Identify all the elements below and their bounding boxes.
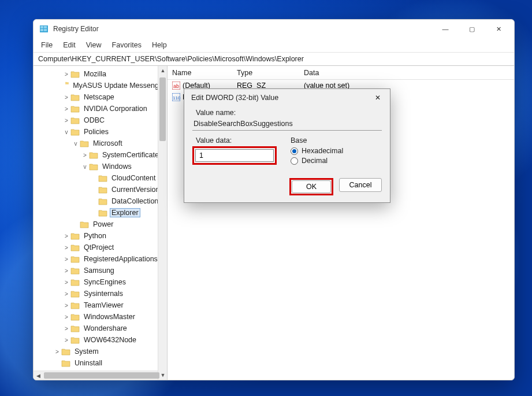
col-name[interactable]: Name: [168, 69, 237, 77]
tree-item[interactable]: >System: [34, 346, 167, 357]
expander-icon[interactable]: >: [62, 245, 70, 251]
dialog-titlebar[interactable]: Edit DWORD (32-bit) Value ✕: [184, 89, 390, 106]
tree-item[interactable]: >Sysinternals: [34, 288, 167, 299]
value-name-field[interactable]: DisableSearchBoxSuggestions: [192, 119, 382, 131]
radio-indicator-on: [291, 147, 298, 155]
scroll-up-button[interactable]: ▲: [158, 66, 168, 75]
folder-icon: [70, 128, 80, 136]
tree-item[interactable]: Explorer: [34, 207, 167, 219]
scroll-down-button[interactable]: ▼: [158, 371, 168, 380]
col-data[interactable]: Data: [304, 69, 514, 77]
menu-edit[interactable]: Edit: [59, 39, 80, 51]
scroll-thumb[interactable]: [159, 77, 166, 141]
tree-item[interactable]: >WOW6432Node: [34, 334, 167, 346]
value-data-input[interactable]: [195, 149, 274, 162]
tree-item[interactable]: >NVIDIA Corporation: [34, 103, 167, 114]
minimize-button[interactable]: —: [432, 20, 459, 38]
menu-file[interactable]: File: [37, 39, 57, 51]
folder-icon: [70, 116, 80, 124]
titlebar[interactable]: Registry Editor — ▢ ✕: [34, 20, 514, 38]
tree-item-label: CurrentVersion: [110, 185, 161, 194]
folder-icon: [80, 220, 89, 228]
folder-icon: [70, 290, 80, 298]
expander-icon[interactable]: v: [81, 164, 89, 170]
tree-item[interactable]: >Samsung: [34, 265, 167, 276]
tree-item[interactable]: vPolicies: [34, 126, 167, 138]
tree-item-label: ODBC: [82, 116, 106, 125]
folder-icon: [70, 70, 80, 78]
tree-item[interactable]: >SyncEngines: [34, 276, 167, 288]
folder-icon: [70, 336, 80, 344]
tree-item[interactable]: >Python: [34, 230, 167, 242]
folder-icon: [70, 324, 80, 332]
folder-icon: [61, 347, 70, 356]
tree-item[interactable]: >RegisteredApplications: [34, 253, 167, 265]
expander-icon[interactable]: >: [62, 325, 70, 332]
scroll-track-h[interactable]: [43, 371, 148, 380]
tree-item-label: Samsung: [82, 266, 116, 275]
menu-help[interactable]: Help: [148, 39, 171, 51]
tree-item[interactable]: >Mozilla: [34, 68, 167, 80]
tree-item[interactable]: CloudContent: [34, 172, 167, 184]
expander-icon[interactable]: v: [62, 129, 70, 135]
expander-icon[interactable]: >: [62, 117, 70, 124]
tree-item-label: Mozilla: [82, 69, 108, 79]
tree-item[interactable]: >TeamViewer: [34, 299, 167, 311]
scroll-thumb-h[interactable]: [44, 372, 159, 379]
tree-item[interactable]: Uninstall: [34, 357, 167, 369]
tree-item[interactable]: vMicrosoft: [34, 138, 167, 149]
tree-item[interactable]: >Netscape: [34, 91, 167, 103]
tree-item[interactable]: MyASUS Update Messenger: [34, 80, 167, 91]
column-headers[interactable]: Name Type Data: [168, 66, 514, 80]
tree-item[interactable]: >ODBC: [34, 114, 167, 126]
value-data-label: Value data:: [196, 136, 277, 145]
tree-item[interactable]: vWindows: [34, 161, 167, 172]
tree-item-label: WindowsMaster: [82, 312, 137, 321]
cancel-button[interactable]: Cancel: [339, 178, 382, 192]
tree-item[interactable]: >WindowsMaster: [34, 311, 167, 323]
vertical-scrollbar[interactable]: ▲ ▼: [158, 66, 167, 380]
tree-item-label: Uninstall: [73, 358, 104, 368]
expander-icon[interactable]: >: [62, 279, 70, 286]
scroll-track[interactable]: [158, 75, 167, 371]
expander-icon[interactable]: >: [62, 268, 70, 274]
radio-decimal[interactable]: Decimal: [291, 157, 343, 165]
expander-icon[interactable]: v: [72, 140, 80, 147]
base-label: Base: [291, 136, 343, 145]
menu-view[interactable]: View: [82, 39, 106, 51]
menu-favorites[interactable]: Favorites: [108, 39, 146, 51]
expander-icon[interactable]: >: [62, 291, 70, 297]
expander-icon[interactable]: >: [62, 302, 70, 309]
tree-item[interactable]: DataCollection: [34, 195, 167, 207]
folder-icon: [98, 186, 107, 194]
dialog-close-button[interactable]: ✕: [369, 91, 386, 105]
ok-button[interactable]: OK: [292, 180, 331, 193]
expander-icon[interactable]: >: [62, 233, 70, 239]
tree-pane[interactable]: >MozillaMyASUS Update Messenger>Netscape…: [34, 66, 168, 380]
tree-item[interactable]: Power: [34, 219, 167, 230]
tree-item-label: Power: [91, 220, 115, 229]
tree-item[interactable]: CurrentVersion: [34, 184, 167, 195]
folder-icon: [98, 209, 107, 217]
expander-icon[interactable]: >: [62, 314, 70, 320]
expander-icon[interactable]: >: [62, 256, 70, 262]
expander-icon[interactable]: >: [62, 337, 70, 343]
expander-icon[interactable]: >: [53, 349, 61, 355]
tree-item-label: CloudContent: [110, 173, 157, 183]
expander-icon[interactable]: >: [62, 71, 70, 77]
expander-icon[interactable]: >: [81, 152, 89, 158]
expander-icon[interactable]: >: [62, 94, 70, 101]
tree-item[interactable]: >QtProject: [34, 242, 167, 253]
tree-item-label: NVIDIA Corporation: [82, 104, 149, 113]
expander-icon[interactable]: >: [62, 106, 70, 112]
folder-icon: [98, 197, 107, 205]
scroll-left-button[interactable]: ◀: [34, 371, 43, 380]
address-bar[interactable]: Computer\HKEY_CURRENT_USER\Software\Poli…: [34, 52, 514, 66]
close-button[interactable]: ✕: [485, 20, 512, 38]
tree-item[interactable]: >SystemCertificates: [34, 149, 167, 161]
col-type[interactable]: Type: [237, 69, 304, 77]
tree-item[interactable]: >Wondershare: [34, 323, 167, 334]
radio-hexadecimal[interactable]: Hexadecimal: [291, 147, 343, 155]
horizontal-scrollbar[interactable]: ◀ ▶: [34, 371, 158, 380]
maximize-button[interactable]: ▢: [459, 20, 485, 38]
